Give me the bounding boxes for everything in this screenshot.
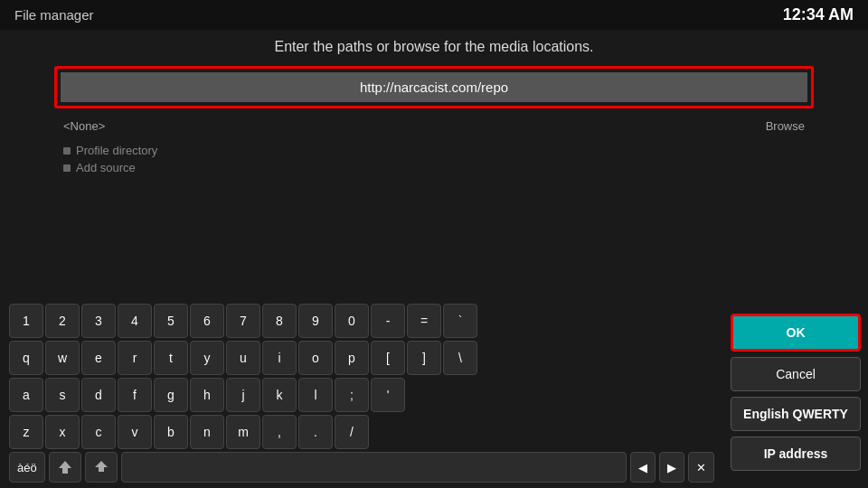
key-m[interactable]: m (226, 415, 260, 449)
clock: 12:34 AM (783, 5, 854, 24)
key-2[interactable]: 2 (45, 304, 80, 338)
key-6[interactable]: 6 (190, 304, 224, 338)
key-7[interactable]: 7 (226, 304, 260, 338)
key-y[interactable]: y (190, 341, 224, 375)
ip-address-button[interactable]: IP address (731, 436, 861, 471)
ok-button[interactable]: OK (731, 314, 861, 352)
app-title: File manager (14, 7, 94, 23)
dot-icon (63, 147, 71, 155)
keyboard-layout-button[interactable]: English QWERTY (731, 397, 861, 431)
browse-label[interactable]: Browse (766, 119, 805, 133)
none-label[interactable]: <None> (63, 119, 105, 133)
key-special-row: àéö ◀ ▶ ✕ (9, 452, 714, 483)
key-1[interactable]: 1 (9, 304, 43, 338)
key-row-asdf: a s d f g h j k l ; ' (9, 378, 714, 412)
key-0[interactable]: 0 (335, 304, 369, 338)
list-item[interactable]: Profile directory (63, 144, 805, 157)
key-comma[interactable]: , (262, 415, 297, 449)
key-5[interactable]: 5 (154, 304, 188, 338)
key-shift-lock-icon[interactable] (49, 452, 81, 483)
key-z[interactable]: z (9, 415, 43, 449)
sub-row: <None> Browse (54, 116, 814, 136)
key-backspace[interactable]: ✕ (688, 452, 714, 483)
right-panel: OK Cancel English QWERTY IP address (723, 296, 868, 488)
key-a[interactable]: a (9, 378, 43, 412)
key-f[interactable]: f (118, 378, 152, 412)
key-open-bracket[interactable]: [ (371, 341, 405, 375)
key-row-qwerty: q w e r t y u i o p [ ] \ (9, 341, 714, 375)
key-space[interactable] (121, 452, 627, 483)
key-minus[interactable]: - (371, 304, 405, 338)
key-c[interactable]: c (81, 415, 116, 449)
key-e[interactable]: e (81, 341, 116, 375)
key-h[interactable]: h (190, 378, 224, 412)
svg-rect-1 (62, 470, 68, 473)
key-p[interactable]: p (335, 341, 369, 375)
key-row-numbers: 1 2 3 4 5 6 7 8 9 0 - = ` (9, 304, 714, 338)
key-b[interactable]: b (154, 415, 188, 449)
key-w[interactable]: w (45, 341, 80, 375)
key-semicolon[interactable]: ; (335, 378, 369, 412)
keyboard-section: 1 2 3 4 5 6 7 8 9 0 - = ` q w e r t y u … (0, 296, 868, 488)
key-equals[interactable]: = (407, 304, 441, 338)
key-right-arrow[interactable]: ▶ (659, 452, 684, 483)
side-items: Profile directory Add source (54, 140, 814, 182)
main-content: Enter the paths or browse for the media … (0, 30, 868, 189)
key-u[interactable]: u (226, 341, 260, 375)
url-input[interactable] (61, 72, 807, 102)
key-l[interactable]: l (298, 378, 333, 412)
key-3[interactable]: 3 (81, 304, 116, 338)
prompt-text: Enter the paths or browse for the media … (54, 39, 814, 55)
key-v[interactable]: v (118, 415, 152, 449)
key-8[interactable]: 8 (262, 304, 297, 338)
key-backtick[interactable]: ` (443, 304, 477, 338)
key-close-bracket[interactable]: ] (407, 341, 441, 375)
cancel-button[interactable]: Cancel (731, 357, 861, 391)
key-9[interactable]: 9 (298, 304, 333, 338)
key-k[interactable]: k (262, 378, 297, 412)
key-g[interactable]: g (154, 378, 188, 412)
dot-icon (63, 164, 71, 172)
key-accents[interactable]: àéö (9, 452, 45, 483)
keyboard-keys: 1 2 3 4 5 6 7 8 9 0 - = ` q w e r t y u … (0, 296, 723, 488)
profile-directory-label: Profile directory (76, 144, 157, 157)
list-item[interactable]: Add source (63, 161, 805, 174)
key-t[interactable]: t (154, 341, 188, 375)
key-x[interactable]: x (45, 415, 80, 449)
key-row-zxcv: z x c v b n m , . / (9, 415, 714, 449)
key-left-arrow[interactable]: ◀ (630, 452, 656, 483)
url-box (54, 66, 814, 108)
key-slash[interactable]: / (335, 415, 369, 449)
key-o[interactable]: o (298, 341, 333, 375)
key-n[interactable]: n (190, 415, 224, 449)
key-period[interactable]: . (298, 415, 333, 449)
key-backslash[interactable]: \ (443, 341, 477, 375)
key-apostrophe[interactable]: ' (371, 378, 405, 412)
add-source-label: Add source (76, 161, 136, 174)
key-caps-icon[interactable] (85, 452, 118, 483)
svg-marker-2 (95, 461, 108, 472)
key-4[interactable]: 4 (118, 304, 152, 338)
key-i[interactable]: i (262, 341, 297, 375)
key-j[interactable]: j (226, 378, 260, 412)
key-s[interactable]: s (45, 378, 80, 412)
key-d[interactable]: d (81, 378, 116, 412)
key-q[interactable]: q (9, 341, 43, 375)
header: File manager 12:34 AM (0, 0, 868, 30)
key-r[interactable]: r (118, 341, 152, 375)
